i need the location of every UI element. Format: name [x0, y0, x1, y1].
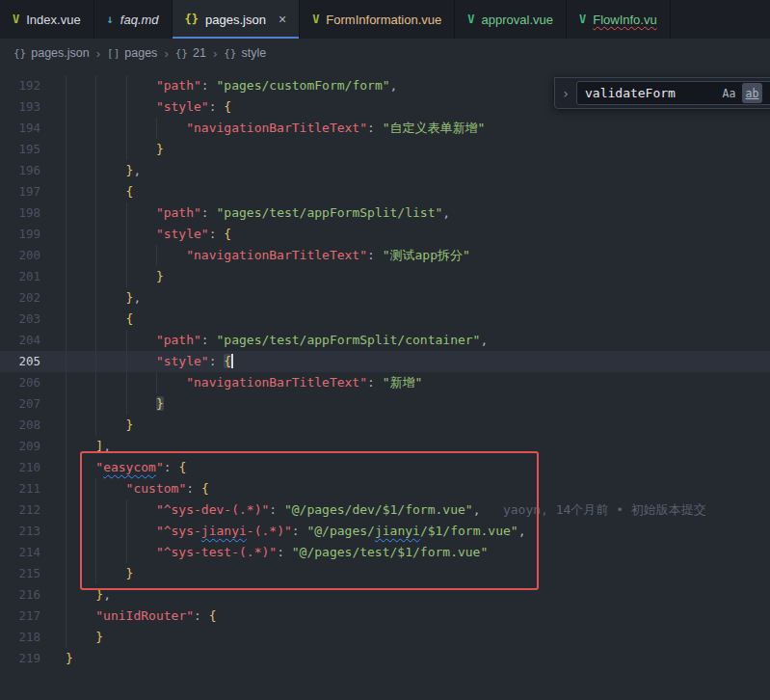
code-line-209[interactable]: 209], — [0, 436, 770, 457]
indent-guide — [126, 266, 156, 287]
code-line-213[interactable]: 213"^sys-jianyi-(.*)": "@/pages/jianyi/$… — [0, 521, 770, 542]
braces-icon: {} — [175, 47, 188, 60]
code-line-219[interactable]: 219} — [0, 648, 770, 669]
line-content: }, — [40, 287, 141, 309]
code-token: " — [156, 460, 164, 474]
line-number: 217 — [0, 606, 40, 627]
tab-flowinfo-vu[interactable]: VFlowInfo.vu — [567, 0, 671, 39]
code-line-218[interactable]: 218} — [0, 627, 770, 648]
tab-approval-vue[interactable]: Vapproval.vue — [455, 0, 567, 39]
indent-guide — [66, 181, 95, 202]
code-line-216[interactable]: 216}, — [0, 584, 770, 606]
code-line-200[interactable]: 200"navigationBarTitleText": "测试app拆分" — [0, 245, 770, 266]
code-line-195[interactable]: 195} — [0, 139, 770, 160]
indent-guide — [126, 393, 156, 415]
code-line-217[interactable]: 217"uniIdRouter": { — [0, 606, 770, 627]
code-line-197[interactable]: 197{ — [0, 181, 770, 202]
code-token: "style" — [156, 227, 209, 241]
text-cursor — [231, 354, 233, 368]
code-token: "^sys- — [156, 524, 201, 538]
tab-label: pages.json — [205, 13, 266, 27]
code-line-215[interactable]: 215} — [0, 563, 770, 584]
line-number: 204 — [0, 330, 40, 351]
match-case-button[interactable]: Aa — [719, 83, 739, 103]
whole-word-button[interactable]: ab — [742, 83, 762, 103]
indent-guide — [66, 96, 95, 118]
indent-guide — [66, 393, 95, 415]
code-line-205[interactable]: 205"style": { — [0, 351, 770, 372]
code-line-206[interactable]: 206"navigationBarTitleText": "新增" — [0, 372, 770, 393]
code-token: { — [209, 608, 217, 623]
indent-guide — [95, 372, 125, 393]
indent-guide — [66, 139, 95, 160]
line-number: 206 — [0, 372, 40, 393]
code-line-214[interactable]: 214"^sys-test-(.*)": "@/pages/test/$1/fo… — [0, 542, 770, 563]
breadcrumb-item-pages[interactable]: []pages — [107, 46, 157, 60]
indent-guide — [95, 139, 125, 160]
code-token: : — [292, 524, 307, 538]
code-token: : — [277, 545, 292, 559]
code-line-207[interactable]: 207} — [0, 393, 770, 415]
code-token: "新增" — [383, 375, 423, 390]
indent-guide — [156, 245, 186, 266]
line-content: "path": "pages/test/appFormSplit/contain… — [40, 330, 488, 351]
code-token: : — [367, 121, 383, 135]
breadcrumb-item-21[interactable]: {}21 — [175, 46, 206, 60]
git-blame-annotation: yaoyn, 14个月前 • 初始版本提交 — [503, 502, 706, 517]
line-number: 205 — [0, 351, 40, 372]
code-line-204[interactable]: 204"path": "pages/test/appFormSplit/cont… — [0, 330, 770, 351]
vue-icon: V — [312, 13, 319, 26]
code-line-201[interactable]: 201} — [0, 266, 770, 287]
tab-faq-md[interactable]: ↓faq.md — [94, 0, 173, 39]
line-number: 196 — [0, 160, 40, 181]
code-line-203[interactable]: 203{ — [0, 309, 770, 330]
code-token: /$1/form.vue" — [420, 524, 518, 538]
code-token: { — [178, 460, 186, 474]
line-number: 211 — [0, 478, 40, 499]
breadcrumb-label: pages — [124, 46, 157, 60]
code-token: , — [480, 333, 488, 347]
code-line-212[interactable]: 212"^sys-dev-(.*)": "@/pages/dev/$1/form… — [0, 499, 770, 521]
line-content: "style": { — [40, 224, 231, 245]
code-line-210[interactable]: 210"easycom": { — [0, 457, 770, 478]
code-token: { — [224, 99, 231, 114]
line-number: 197 — [0, 181, 40, 202]
code-line-196[interactable]: 196}, — [0, 160, 770, 181]
indent-guide — [66, 415, 95, 436]
regex-button[interactable]: .* — [765, 83, 770, 103]
tab-label: faq.md — [120, 13, 159, 27]
code-line-198[interactable]: 198"path": "pages/test/appFormSplit/list… — [0, 202, 770, 224]
code-line-194[interactable]: 194"navigationBarTitleText": "自定义表单新增" — [0, 118, 770, 139]
indent-guide — [126, 521, 156, 542]
line-content: "easycom": { — [40, 457, 186, 478]
indent-guide — [95, 224, 125, 245]
line-content: }, — [40, 160, 141, 181]
code-line-202[interactable]: 202}, — [0, 287, 770, 309]
code-line-211[interactable]: 211"custom": { — [0, 478, 770, 499]
breadcrumb-item-pages-json[interactable]: {}pages.json — [13, 46, 90, 60]
code-line-208[interactable]: 208} — [0, 415, 770, 436]
indent-guide — [126, 224, 156, 245]
code-token: : — [367, 248, 383, 262]
breadcrumb-item-style[interactable]: {}style — [224, 46, 266, 60]
vue-icon: V — [467, 13, 474, 26]
breadcrumb-label: pages.json — [31, 46, 89, 60]
find-input[interactable]: validateForm Aa ab .* — [576, 81, 770, 105]
code-token: "@/pages/dev/$1/form.vue" — [284, 502, 473, 517]
find-widget: › validateForm Aa ab .* — [554, 77, 770, 109]
line-number: 214 — [0, 542, 40, 563]
code-token: : — [269, 502, 284, 517]
code-line-199[interactable]: 199"style": { — [0, 224, 770, 245]
indent-guide — [126, 499, 156, 521]
indent-guide — [66, 627, 95, 648]
breadcrumb-label: style — [241, 46, 266, 60]
tab-pages-json[interactable]: {}pages.json× — [173, 0, 301, 39]
find-query[interactable]: validateForm — [585, 86, 716, 100]
close-icon[interactable]: × — [279, 13, 286, 26]
tab-forminformation-vue[interactable]: VFormInformation.vue — [300, 0, 455, 39]
code-token: : — [209, 99, 225, 114]
tab-index-vue[interactable]: VIndex.vue — [0, 0, 94, 39]
code-token: : — [164, 460, 179, 474]
find-collapse-chevron[interactable]: › — [559, 86, 572, 101]
tab-label: approval.vue — [482, 13, 553, 27]
